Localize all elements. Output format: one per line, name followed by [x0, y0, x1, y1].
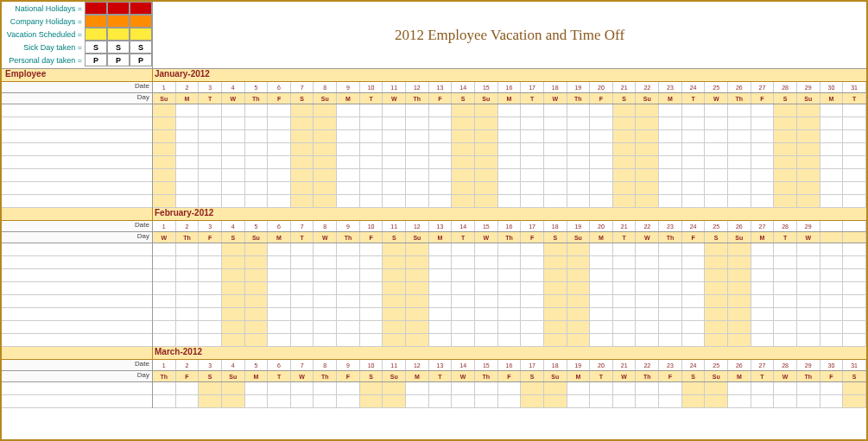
calendar-cell[interactable] — [314, 169, 337, 181]
calendar-cell[interactable] — [429, 395, 453, 407]
calendar-cell[interactable] — [452, 295, 475, 307]
calendar-cell[interactable] — [245, 169, 269, 181]
calendar-cell[interactable] — [705, 169, 728, 181]
calendar-cell[interactable] — [406, 269, 429, 281]
calendar-cell[interactable] — [291, 182, 314, 194]
calendar-cell[interactable] — [774, 243, 797, 255]
calendar-cell[interactable] — [682, 117, 706, 129]
calendar-cell[interactable] — [705, 243, 728, 255]
calendar-cell[interactable] — [153, 269, 176, 281]
calendar-cell[interactable] — [521, 282, 544, 294]
calendar-cell[interactable] — [222, 269, 245, 281]
calendar-cell[interactable] — [544, 269, 567, 281]
calendar-cell[interactable] — [291, 256, 314, 268]
calendar-cell[interactable] — [613, 321, 637, 333]
calendar-cell[interactable] — [544, 395, 567, 407]
calendar-cell[interactable] — [521, 395, 544, 407]
calendar-cell[interactable] — [797, 256, 820, 268]
calendar-cell[interactable] — [659, 382, 682, 394]
calendar-cell[interactable] — [360, 282, 383, 294]
calendar-cell[interactable] — [682, 269, 706, 281]
calendar-cell[interactable] — [682, 308, 706, 320]
calendar-cell[interactable] — [774, 156, 797, 168]
calendar-cell[interactable] — [153, 117, 176, 129]
calendar-cell[interactable] — [452, 321, 475, 333]
employee-name-cell[interactable] — [2, 282, 152, 295]
calendar-cell[interactable] — [452, 182, 475, 194]
calendar-cell[interactable] — [291, 143, 314, 155]
calendar-cell[interactable] — [705, 282, 728, 294]
calendar-cell[interactable] — [705, 269, 728, 281]
calendar-cell[interactable] — [843, 269, 866, 281]
calendar-cell[interactable] — [199, 382, 222, 394]
calendar-cell[interactable] — [774, 195, 797, 207]
calendar-cell[interactable] — [820, 321, 844, 333]
calendar-cell[interactable] — [544, 308, 567, 320]
calendar-cell[interactable] — [268, 104, 291, 117]
calendar-cell[interactable] — [682, 104, 706, 117]
calendar-cell[interactable] — [199, 321, 222, 333]
calendar-cell[interactable] — [337, 382, 360, 394]
calendar-cell[interactable] — [613, 269, 637, 281]
calendar-cell[interactable] — [429, 269, 453, 281]
calendar-cell[interactable] — [705, 156, 728, 168]
calendar-cell[interactable] — [682, 195, 706, 207]
calendar-cell[interactable] — [797, 169, 820, 181]
calendar-cell[interactable] — [544, 156, 567, 168]
calendar-cell[interactable] — [843, 256, 866, 268]
calendar-cell[interactable] — [199, 282, 222, 294]
calendar-cell[interactable] — [682, 182, 706, 194]
calendar-cell[interactable] — [843, 117, 866, 129]
calendar-cell[interactable] — [291, 395, 314, 407]
calendar-cell[interactable] — [406, 256, 429, 268]
calendar-cell[interactable] — [521, 256, 544, 268]
calendar-cell[interactable] — [268, 334, 291, 346]
calendar-cell[interactable] — [659, 243, 682, 255]
calendar-cell[interactable] — [452, 256, 475, 268]
calendar-cell[interactable] — [429, 243, 453, 255]
calendar-cell[interactable] — [521, 295, 544, 307]
calendar-cell[interactable] — [774, 104, 797, 117]
calendar-cell[interactable] — [728, 334, 751, 346]
calendar-cell[interactable] — [360, 143, 383, 155]
calendar-cell[interactable] — [176, 195, 200, 207]
calendar-cell[interactable] — [728, 308, 751, 320]
calendar-cell[interactable] — [429, 104, 453, 117]
calendar-cell[interactable] — [521, 243, 544, 255]
calendar-cell[interactable] — [751, 334, 775, 346]
calendar-cell[interactable] — [291, 295, 314, 307]
calendar-cell[interactable] — [153, 382, 176, 394]
calendar-cell[interactable] — [843, 143, 866, 155]
calendar-cell[interactable] — [452, 130, 475, 142]
calendar-cell[interactable] — [245, 295, 269, 307]
calendar-cell[interactable] — [291, 156, 314, 168]
calendar-cell[interactable] — [751, 282, 775, 294]
calendar-cell[interactable] — [153, 182, 176, 194]
calendar-cell[interactable] — [498, 195, 522, 207]
employee-name-cell[interactable] — [2, 308, 152, 321]
calendar-cell[interactable] — [797, 182, 820, 194]
calendar-cell[interactable] — [360, 295, 383, 307]
employee-name-cell[interactable] — [2, 182, 152, 195]
calendar-cell[interactable] — [337, 243, 360, 255]
calendar-cell[interactable] — [636, 169, 659, 181]
calendar-cell[interactable] — [360, 308, 383, 320]
calendar-cell[interactable] — [406, 308, 429, 320]
calendar-cell[interactable] — [153, 130, 176, 142]
calendar-cell[interactable] — [429, 256, 453, 268]
calendar-cell[interactable] — [682, 295, 706, 307]
calendar-cell[interactable] — [268, 143, 291, 155]
calendar-cell[interactable] — [613, 169, 637, 181]
calendar-cell[interactable] — [406, 243, 429, 255]
calendar-cell[interactable] — [222, 169, 245, 181]
calendar-cell[interactable] — [590, 182, 613, 194]
calendar-cell[interactable] — [705, 130, 728, 142]
calendar-cell[interactable] — [268, 195, 291, 207]
calendar-cell[interactable] — [291, 243, 314, 255]
calendar-cell[interactable] — [406, 143, 429, 155]
calendar-cell[interactable] — [751, 143, 775, 155]
employee-name-cell[interactable] — [2, 156, 152, 169]
calendar-cell[interactable] — [314, 256, 337, 268]
calendar-cell[interactable] — [314, 156, 337, 168]
calendar-cell[interactable] — [383, 382, 406, 394]
